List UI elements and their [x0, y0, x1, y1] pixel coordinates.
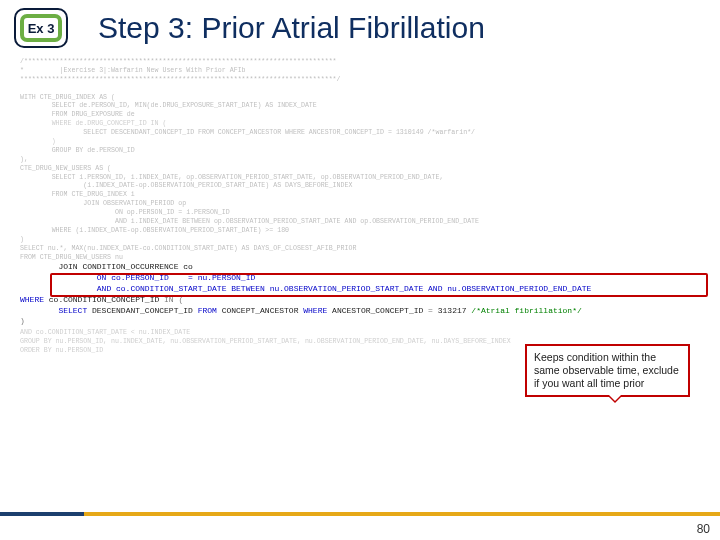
sql-code-highlight-block: JOIN CONDITION_OCCURRENCE co: [0, 262, 720, 273]
sql-code-faded: /***************************************…: [0, 52, 720, 262]
badge-label: Ex 3: [28, 21, 55, 36]
footer-accent-bar: [0, 512, 720, 516]
code-area: /***************************************…: [0, 52, 720, 356]
callout-box: Keeps condition within the same observab…: [525, 344, 690, 397]
callout-text: Keeps condition within the same observab…: [534, 351, 679, 389]
highlight-wrap: ON co.PERSON_ID = nu.PERSON_ID AND co.CO…: [0, 273, 720, 295]
red-highlight-box: [50, 273, 708, 297]
exercise-badge: Ex 3: [14, 8, 68, 48]
callout-arrow-icon: [607, 395, 623, 403]
slide-header: Ex 3 Step 3: Prior Atrial Fibrillation: [0, 0, 720, 52]
sql-code-where: WHERE co.CONDITION_CONCEPT_ID IN ( SELEC…: [0, 295, 720, 327]
slide-title: Step 3: Prior Atrial Fibrillation: [98, 11, 485, 45]
page-number: 80: [697, 522, 710, 536]
